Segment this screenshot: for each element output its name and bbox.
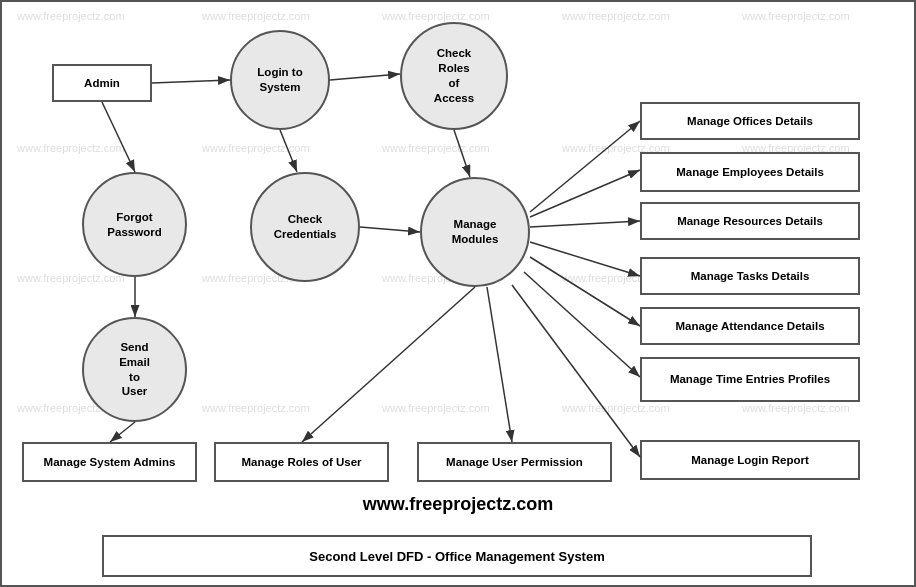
svg-line-8	[530, 121, 640, 212]
watermark-7: www.freeprojectz.com	[202, 142, 310, 154]
manage-employees-details-box: Manage Employees Details	[640, 152, 860, 192]
svg-line-1	[152, 80, 230, 83]
manage-offices-details-box: Manage Offices Details	[640, 102, 860, 140]
watermark-8: www.freeprojectz.com	[382, 142, 490, 154]
manage-tasks-details-box: Manage Tasks Details	[640, 257, 860, 295]
login-to-system-node: Login to System	[230, 30, 330, 130]
admin-node: Admin	[52, 64, 152, 102]
svg-line-17	[487, 287, 512, 442]
send-email-to-user-node: Send Email to User	[82, 317, 187, 422]
manage-system-admins-box: Manage System Admins	[22, 442, 197, 482]
svg-line-2	[102, 102, 135, 172]
watermark-3: www.freeprojectz.com	[382, 10, 490, 22]
watermark-19: www.freeprojectz.com	[562, 402, 670, 414]
website-label: www.freeprojectz.com	[2, 494, 914, 515]
svg-line-14	[512, 285, 640, 457]
svg-line-7	[360, 227, 420, 232]
manage-time-entries-profiles-box: Manage Time Entries Profiles	[640, 357, 860, 402]
manage-modules-node: Manage Modules	[420, 177, 530, 287]
svg-line-12	[530, 257, 640, 326]
title-box: Second Level DFD - Office Management Sys…	[102, 535, 812, 577]
svg-line-10	[530, 221, 640, 227]
manage-user-permission-box: Manage User Permission	[417, 442, 612, 482]
check-roles-of-access-node: Check Roles of Access	[400, 22, 508, 130]
watermark-1: www.freeprojectz.com	[17, 10, 125, 22]
watermark-4: www.freeprojectz.com	[562, 10, 670, 22]
diagram-container: www.freeprojectz.com www.freeprojectz.co…	[0, 0, 916, 587]
svg-line-16	[302, 287, 475, 442]
manage-attendance-details-box: Manage Attendance Details	[640, 307, 860, 345]
watermark-6: www.freeprojectz.com	[17, 142, 125, 154]
svg-line-5	[330, 74, 400, 80]
watermark-20: www.freeprojectz.com	[742, 402, 850, 414]
svg-line-3	[280, 130, 297, 172]
svg-line-13	[524, 272, 640, 377]
manage-resources-details-box: Manage Resources Details	[640, 202, 860, 240]
watermark-2: www.freeprojectz.com	[202, 10, 310, 22]
forgot-password-node: Forgot Password	[82, 172, 187, 277]
manage-login-report-box: Manage Login Report	[640, 440, 860, 480]
watermark-17: www.freeprojectz.com	[202, 402, 310, 414]
svg-line-9	[530, 170, 640, 217]
watermark-5: www.freeprojectz.com	[742, 10, 850, 22]
watermark-11: www.freeprojectz.com	[17, 272, 125, 284]
svg-line-15	[110, 422, 135, 442]
svg-line-4	[454, 130, 470, 177]
check-credentials-node: Check Credentials	[250, 172, 360, 282]
watermark-18: www.freeprojectz.com	[382, 402, 490, 414]
svg-line-11	[530, 242, 640, 276]
manage-roles-of-user-box: Manage Roles of User	[214, 442, 389, 482]
